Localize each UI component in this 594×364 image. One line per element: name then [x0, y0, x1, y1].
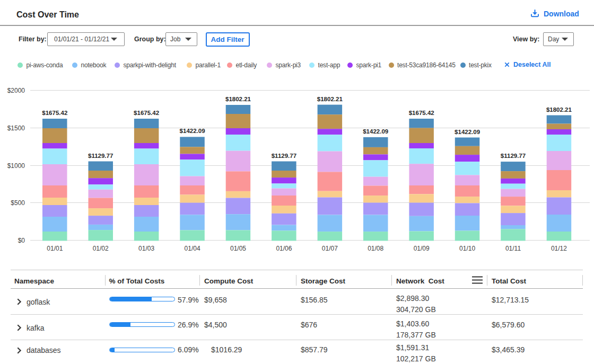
- svg-text:01/01: 01/01: [47, 245, 63, 252]
- svg-text:$0: $0: [18, 237, 25, 244]
- svg-text:01/03: 01/03: [138, 245, 154, 252]
- svg-text:$2000: $2000: [7, 87, 25, 94]
- svg-text:01/12: 01/12: [551, 245, 567, 252]
- svg-text:01/08: 01/08: [368, 245, 383, 252]
- svg-text:$1675.42: $1675.42: [42, 110, 67, 116]
- svg-text:$1129.77: $1129.77: [88, 153, 113, 159]
- svg-text:$1129.77: $1129.77: [272, 153, 296, 159]
- svg-text:01/06: 01/06: [276, 245, 292, 252]
- svg-text:$1675.42: $1675.42: [409, 110, 434, 116]
- svg-text:$1802.21: $1802.21: [225, 96, 251, 102]
- svg-text:$500: $500: [11, 199, 25, 207]
- svg-text:01/09: 01/09: [414, 245, 430, 252]
- svg-text:$1802.21: $1802.21: [317, 96, 343, 102]
- svg-text:01/05: 01/05: [230, 245, 246, 252]
- svg-text:$1422.09: $1422.09: [455, 129, 480, 135]
- svg-text:$1802.21: $1802.21: [546, 106, 572, 113]
- svg-text:01/04: 01/04: [185, 245, 200, 252]
- svg-text:01/11: 01/11: [505, 245, 521, 252]
- svg-text:$1129.77: $1129.77: [501, 153, 526, 159]
- svg-text:$1422.09: $1422.09: [363, 128, 388, 135]
- svg-text:01/02: 01/02: [93, 245, 109, 252]
- svg-text:01/07: 01/07: [322, 245, 338, 252]
- svg-text:$1500: $1500: [7, 125, 25, 132]
- svg-text:01/10: 01/10: [459, 245, 475, 252]
- svg-text:$1675.42: $1675.42: [134, 110, 159, 116]
- svg-text:$1422.09: $1422.09: [180, 128, 205, 134]
- svg-text:$1000: $1000: [7, 162, 25, 170]
